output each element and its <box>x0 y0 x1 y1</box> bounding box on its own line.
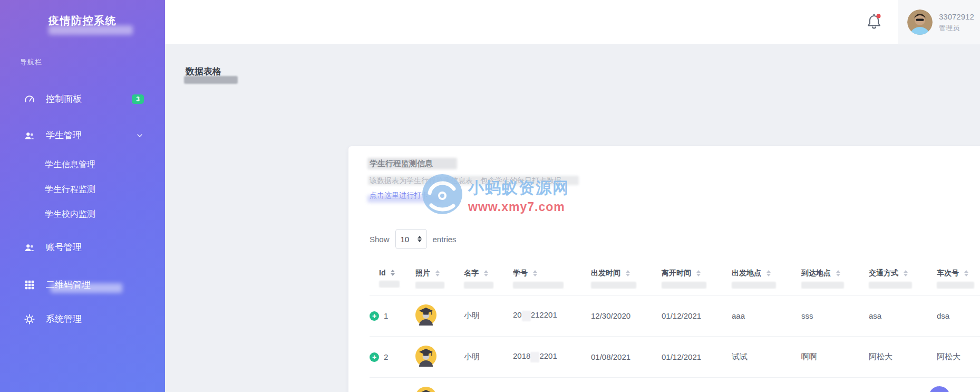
train-no-cell: 阿松大 <box>929 337 980 378</box>
sidebar-item-label: 控制面板 <box>46 93 82 105</box>
user-panel[interactable]: 33072912 管理员 <box>898 0 980 44</box>
sidebar-item-3[interactable]: 二维码管理 <box>0 270 165 300</box>
column-header-2[interactable]: 名字 <box>456 263 505 295</box>
student-no-cell: 20182201 <box>505 337 583 378</box>
card-description: 该数据表为学生行程监测信息表，包含学生的每日打卡数据 <box>370 176 561 186</box>
student-avatar <box>415 346 436 367</box>
blur-artifact <box>48 25 133 35</box>
card-title: 学生行程监测信息 <box>370 159 561 169</box>
column-header-9[interactable]: 车次号 <box>929 263 980 295</box>
column-header-5[interactable]: 离开时间 <box>654 263 724 295</box>
main-content: 数据表格 学生行程监测信息 该数据表为学生行程监测信息表，包含学生的每日打卡数据… <box>165 44 980 392</box>
depart-place-cell: 阿松大 <box>724 378 793 392</box>
student-travel-table: Id照片名字学号出发时间离开时间出发地点到达地点交通方式车次号温度填写时间 +1… <box>370 263 980 392</box>
blur-artifact <box>464 282 493 289</box>
student-avatar <box>415 304 436 326</box>
table-body: +1小明2021220112/30/202001/12/2021aaasssas… <box>370 295 980 392</box>
user-meta: 33072912 管理员 <box>939 12 974 33</box>
notifications-button[interactable] <box>865 12 883 32</box>
users-icon <box>24 242 35 253</box>
sidebar-item-label: 学生管理 <box>46 129 82 141</box>
table-header-row: Id照片名字学号出发时间离开时间出发地点到达地点交通方式车次号温度填写时间 <box>370 263 980 295</box>
sidebar-item-1[interactable]: 学生管理 <box>0 120 165 150</box>
column-header-3[interactable]: 学号 <box>505 263 583 295</box>
sidebar-nav: 控制面板3学生管理学生信息管理学生行程监测学生校内监测账号管理二维码管理系统管理 <box>0 84 165 334</box>
avatar[interactable] <box>907 9 933 35</box>
blur-artifact <box>937 282 974 289</box>
blur-artifact <box>732 282 776 289</box>
entries-label: entries <box>433 235 457 244</box>
sidebar-item-0[interactable]: 控制面板3 <box>0 84 165 114</box>
arrive-place-cell: sss <box>793 295 861 337</box>
leave-time-cell: 01/12/2021 <box>654 295 724 337</box>
page-size-control: Show 10 entries <box>370 228 457 250</box>
depart-time-cell: 12/30/2020 <box>583 295 654 337</box>
sidebar-subitem-1-2[interactable]: 学生校内监测 <box>0 202 165 227</box>
chevron-down-icon <box>135 131 144 140</box>
blur-artifact <box>513 282 564 289</box>
blur-artifact <box>51 283 122 293</box>
sort-icon <box>836 270 840 276</box>
sort-icon <box>484 270 488 276</box>
blur-artifact <box>415 282 444 289</box>
column-header-8[interactable]: 交通方式 <box>861 263 929 295</box>
photo-cell <box>407 378 456 392</box>
checkin-link[interactable]: 点击这里进行打卡 <box>370 191 429 200</box>
show-label: Show <box>370 235 390 244</box>
leave-time-cell: 01/19/2021 <box>654 378 724 392</box>
table-wrap: Id照片名字学号出发时间离开时间出发地点到达地点交通方式车次号温度填写时间 +1… <box>370 263 980 392</box>
photo-cell <box>407 337 456 378</box>
sidebar-subitem-1-0[interactable]: 学生信息管理 <box>0 152 165 177</box>
sidebar-item-2[interactable]: 账号管理 <box>0 232 165 262</box>
blur-artifact <box>869 282 912 289</box>
table-row-2: +4小红2018220401/14/202101/19/2021阿松大阿松大阿松… <box>370 378 980 392</box>
arrive-place-cell: 啊啊 <box>793 337 861 378</box>
depart-place-cell: aaa <box>724 295 793 337</box>
table-row-1: +2小明2018220101/08/202101/12/2021试试啊啊阿松大阿… <box>370 337 980 378</box>
photo-cell <box>407 295 456 337</box>
column-header-7[interactable]: 到达地点 <box>793 263 861 295</box>
page-size-value: 10 <box>401 235 410 244</box>
student-no-cell: 20212201 <box>505 295 583 337</box>
arrive-place-cell: 阿松大 <box>793 378 861 392</box>
column-header-4[interactable]: 出发时间 <box>583 263 654 295</box>
sort-icon <box>696 270 701 276</box>
sidebar-item-label: 账号管理 <box>46 241 82 253</box>
blur-artifact <box>184 76 238 84</box>
student-no-cell: 20182204 <box>505 378 583 392</box>
sidebar-subitem-label: 学生行程监测 <box>45 184 95 195</box>
data-table-card: 学生行程监测信息 该数据表为学生行程监测信息表，包含学生的每日打卡数据 点击这里… <box>348 146 980 392</box>
users-icon <box>24 130 35 141</box>
page-size-select[interactable]: 10 <box>395 229 427 249</box>
blur-artifact <box>530 352 539 362</box>
sidebar-item-4[interactable]: 系统管理 <box>0 304 165 334</box>
transport-cell: asa <box>861 295 929 337</box>
blur-artifact <box>368 176 579 185</box>
sidebar-subitem-1-1[interactable]: 学生行程监测 <box>0 177 165 202</box>
column-header-0[interactable]: Id <box>370 263 407 295</box>
blur-artifact <box>367 195 441 203</box>
leave-time-cell: 01/12/2021 <box>654 337 724 378</box>
sidebar: 疫情防控系统 导航栏 控制面板3学生管理学生信息管理学生行程监测学生校内监测账号… <box>0 0 165 392</box>
transport-cell: 阿松大 <box>861 378 929 392</box>
sort-icon <box>964 270 968 276</box>
student-avatar <box>415 387 436 392</box>
sidebar-item-label: 系统管理 <box>46 313 82 325</box>
sort-icon <box>435 270 440 276</box>
sidebar-subitem-label: 学生信息管理 <box>45 159 95 170</box>
blur-artifact <box>801 282 844 289</box>
sort-icon <box>626 270 630 276</box>
blur-artifact <box>379 281 400 288</box>
nav-section-label: 导航栏 <box>20 58 165 67</box>
expand-row-button[interactable]: + <box>370 311 379 321</box>
blur-artifact <box>662 282 706 289</box>
blur-artifact <box>591 282 636 289</box>
expand-row-button[interactable]: + <box>370 352 379 362</box>
user-role: 管理员 <box>939 23 974 33</box>
transport-cell: 阿松大 <box>861 337 929 378</box>
user-id: 33072912 <box>939 12 974 21</box>
column-header-1[interactable]: 照片 <box>407 263 456 295</box>
blur-artifact <box>367 158 457 169</box>
column-header-6[interactable]: 出发地点 <box>724 263 793 295</box>
grid-icon <box>24 279 35 291</box>
